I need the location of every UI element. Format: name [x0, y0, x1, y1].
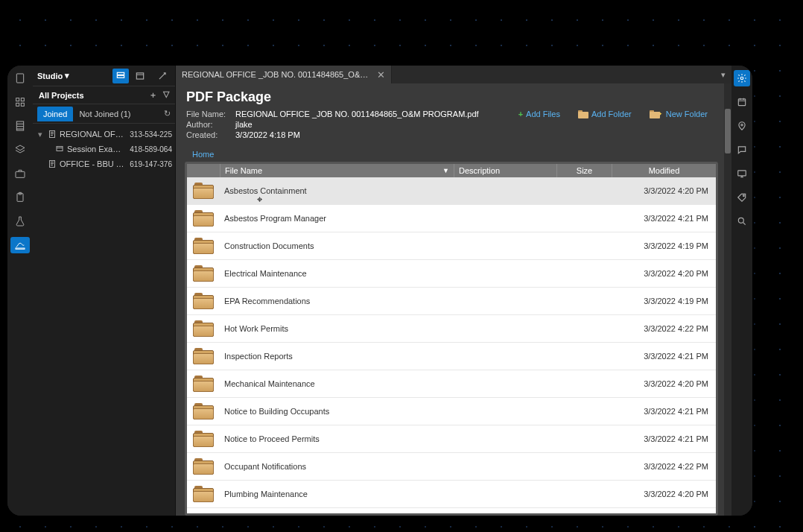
panel-mode-window-icon[interactable]: [132, 69, 148, 83]
tree-expand-icon[interactable]: ▾: [36, 130, 45, 139]
folder-icon: [193, 376, 214, 392]
monitor-icon[interactable]: [734, 165, 750, 182]
studio-icon[interactable]: [10, 237, 30, 253]
sort-desc-icon: ▼: [442, 167, 449, 174]
svg-rect-10: [117, 72, 124, 75]
table-row[interactable]: Asbestos Program Manager3/3/2022 4:21 PM: [187, 205, 716, 232]
add-folder-link[interactable]: Add Folder: [578, 110, 632, 118]
project-number: 313-534-225: [130, 130, 172, 139]
table-row[interactable]: Inspection Reports3/3/2022 4:21 PM: [187, 343, 716, 370]
row-icon-cell: [187, 183, 220, 199]
table-row[interactable]: Notice to Proceed Permits3/3/2022 4:21 P…: [187, 425, 716, 453]
all-projects-header: All Projects ＋ ▽: [33, 86, 175, 104]
folder-icon: [193, 183, 214, 199]
project-icon: [48, 130, 57, 139]
table-row[interactable]: Plumbing Maintenance3/3/2022 4:20 PM: [187, 481, 716, 508]
filter-icon[interactable]: ▽: [163, 89, 169, 101]
table-row[interactable]: EPA Recommendations3/3/2022 4:19 PM: [187, 288, 716, 315]
vertical-scrollbar[interactable]: [724, 83, 731, 516]
table-row[interactable]: Notice to Building Occupants3/3/2022 4:2…: [187, 398, 716, 425]
file-icon[interactable]: [10, 70, 30, 86]
panel-wand-icon[interactable]: [154, 69, 171, 83]
folder-icon: [193, 210, 214, 227]
row-mod-cell: 3/3/2022 4:21 PM: [612, 352, 716, 361]
svg-rect-4: [21, 103, 24, 106]
row-mod-cell: 3/3/2022 4:21 PM: [612, 407, 716, 416]
row-mod-cell: 3/3/2022 4:22 PM: [612, 462, 716, 471]
tabs-chevron-down-icon[interactable]: ▾: [715, 66, 731, 83]
briefcase-icon[interactable]: [10, 165, 30, 182]
row-mod-cell: 3/3/2022 4:21 PM: [612, 214, 716, 223]
svg-rect-14: [57, 147, 63, 151]
table-row[interactable]: Occupant Notifications3/3/2022 4:22 PM: [187, 453, 716, 481]
meta-author-value: jlake: [235, 120, 479, 129]
row-name-cell: Hot Work Permits: [220, 324, 454, 333]
all-projects-label: All Projects: [39, 91, 84, 100]
file-grid: File Name▼ Description Size Modified Asb…: [185, 162, 718, 516]
project-label: OFFICE - BBU T5 Job No...: [60, 159, 127, 168]
breadcrumb-home-link[interactable]: Home: [192, 150, 214, 159]
svg-rect-11: [117, 75, 124, 77]
project-tree-row[interactable]: ▾REGIONAL OFFICE TER...313-534-225: [33, 127, 175, 142]
close-icon[interactable]: ✕: [377, 70, 385, 80]
svg-point-20: [743, 195, 744, 197]
scrollbar-thumb[interactable]: [725, 109, 731, 153]
svg-rect-1: [16, 98, 19, 101]
left-icon-rail: [7, 66, 33, 516]
folder-icon: [193, 348, 214, 364]
tab-not-joined[interactable]: Not Joined (1): [73, 107, 136, 121]
comment-icon[interactable]: [734, 142, 750, 158]
document-tab-label: REGIONAL OFFICE _JOB NO. 0011484865_O&M …: [182, 70, 372, 79]
row-icon-cell: [187, 403, 220, 419]
svg-rect-9: [16, 248, 25, 249]
row-name-cell: Asbestos Containment: [220, 186, 454, 195]
add-files-link[interactable]: +Add Files: [518, 110, 560, 118]
panel-mode-list-icon[interactable]: [112, 69, 129, 83]
add-project-icon[interactable]: ＋: [149, 89, 157, 101]
project-tree-row[interactable]: Session Example418-589-064: [33, 142, 175, 156]
refresh-icon[interactable]: ↻: [164, 109, 171, 118]
layers-icon[interactable]: [10, 142, 30, 158]
grid-body[interactable]: Asbestos Containment3/3/2022 4:20 PM⌖Asb…: [187, 177, 716, 513]
tag-icon[interactable]: [734, 189, 750, 206]
table-row[interactable]: Construction Documents3/3/2022 4:19 PM: [187, 232, 716, 260]
row-name-cell: Plumbing Maintenance: [220, 490, 454, 498]
project-tree-row[interactable]: OFFICE - BBU T5 Job No...619-147-376: [33, 156, 175, 171]
new-folder-link[interactable]: ✦New Folder: [650, 110, 708, 118]
clipboard-icon[interactable]: [10, 189, 30, 206]
meta-filename-label: File Name:: [186, 110, 232, 118]
calendar-icon[interactable]: [734, 94, 750, 110]
document-tab[interactable]: REGIONAL OFFICE _JOB NO. 0011484865_O&M …: [176, 66, 392, 83]
col-icon-header[interactable]: [187, 164, 220, 177]
table-row[interactable]: Asbestos Containment3/3/2022 4:20 PM⌖: [187, 177, 716, 205]
meta-filename-value: REGIONAL OFFICE _JOB NO. 0011484865_O&M …: [235, 110, 479, 118]
col-mod-header[interactable]: Modified: [612, 164, 716, 177]
project-icon: [48, 159, 57, 168]
studio-dropdown[interactable]: Studio ▾: [37, 71, 69, 80]
row-name-cell: Electrical Maintenance: [220, 269, 454, 278]
tab-joined[interactable]: Joined: [37, 107, 73, 121]
row-name-cell: Occupant Notifications: [220, 462, 454, 471]
row-name-cell: Inspection Reports: [220, 352, 454, 361]
col-name-label: File Name: [225, 166, 262, 175]
col-desc-header[interactable]: Description: [454, 164, 556, 177]
new-folder-label: New Folder: [666, 110, 708, 118]
meta-author-label: Author:: [186, 120, 232, 129]
col-size-label: Size: [577, 166, 592, 175]
table-row[interactable]: Electrical Maintenance3/3/2022 4:20 PM: [187, 260, 716, 288]
grid-icon[interactable]: [10, 94, 30, 110]
package-actions: +Add Files Add Folder ✦New Folder: [518, 110, 708, 118]
studio-label: Studio: [37, 72, 63, 80]
col-mod-label: Modified: [649, 166, 680, 175]
col-size-header[interactable]: Size: [556, 164, 612, 177]
row-name-cell: EPA Recommendations: [220, 297, 454, 305]
col-name-header[interactable]: File Name▼: [220, 164, 454, 177]
row-mod-cell: 3/3/2022 4:20 PM: [612, 269, 716, 278]
pin-icon[interactable]: [734, 118, 750, 134]
flask-icon[interactable]: [10, 213, 30, 229]
table-row[interactable]: Hot Work Permits3/3/2022 4:22 PM: [187, 315, 716, 343]
search-icon[interactable]: [734, 213, 750, 229]
gear-icon[interactable]: [734, 70, 750, 86]
table-row[interactable]: Mechanical Maintenance3/3/2022 4:20 PM: [187, 370, 716, 398]
sheets-icon[interactable]: [10, 118, 30, 134]
